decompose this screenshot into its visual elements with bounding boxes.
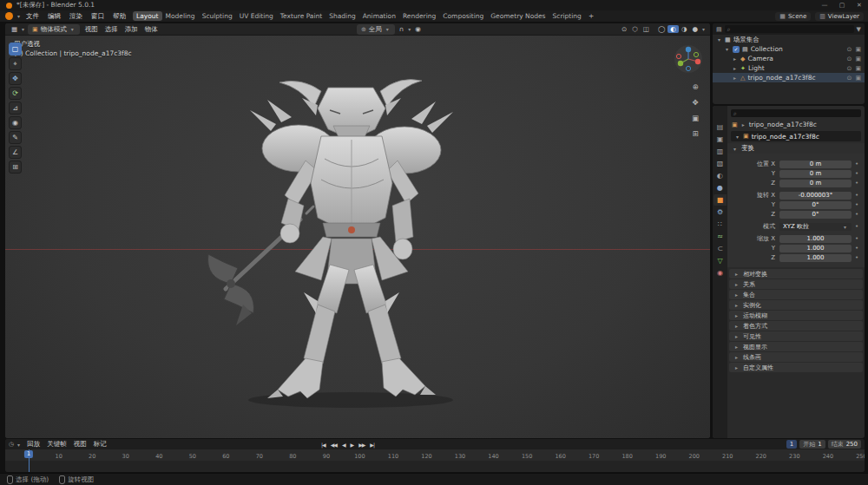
gizmo-icon[interactable]: ⊙ — [619, 25, 629, 33]
transform-value-field[interactable]: 0° — [779, 211, 852, 219]
tool-select-box[interactable]: ▢ — [9, 43, 22, 56]
collection-checkbox[interactable]: ✓ — [733, 46, 740, 53]
viewport-menu-item[interactable]: 物体 — [141, 25, 161, 34]
zoom-icon[interactable]: ⊕ — [692, 82, 699, 91]
camera-visibility-icon[interactable]: ▣ — [855, 75, 861, 82]
close-button[interactable]: ✕ — [851, 2, 868, 9]
workspace-tab[interactable]: Layout — [133, 11, 162, 21]
animate-decorator-icon[interactable]: • — [852, 170, 862, 177]
viewport-menu-item[interactable]: 选择 — [102, 25, 122, 34]
tab-render-icon[interactable]: ▣ — [713, 134, 727, 145]
tool-scale[interactable]: ⊿ — [9, 102, 22, 115]
tab-output-icon[interactable]: ▥ — [713, 146, 727, 157]
eye-icon[interactable]: ⊙ — [847, 56, 852, 62]
timeline-editor-icon[interactable]: ◷ — [9, 441, 14, 448]
play-button[interactable]: ▶ — [349, 442, 356, 448]
workspace-tab[interactable]: Sculpting — [199, 11, 236, 21]
timeline-ruler[interactable]: 1020304050607080901001101201301401501601… — [5, 449, 865, 462]
viewport-canvas[interactable]: 用户透视 (1) Collection | tripo_node_a17c3f8… — [5, 36, 710, 438]
outliner-search-input[interactable]: ⌕ — [725, 25, 854, 33]
view-layer-selector[interactable]: ▥ ViewLayer — [815, 12, 864, 21]
transform-value-field[interactable]: 0° — [779, 201, 852, 209]
xray-icon[interactable]: ◫ — [641, 25, 652, 33]
tool-annotate[interactable]: ✎ — [9, 131, 22, 144]
transform-value-field[interactable]: -0.000003° — [779, 192, 852, 200]
properties-panel-header[interactable]: ▸相对变换 — [729, 269, 863, 279]
workspace-tab[interactable]: Compositing — [439, 11, 487, 21]
expand-icon[interactable]: ▸ — [732, 56, 738, 62]
eye-icon[interactable]: ⊙ — [847, 75, 852, 82]
animate-decorator-icon[interactable]: • — [852, 223, 862, 230]
shading-solid-icon[interactable]: ◐ — [667, 25, 679, 33]
add-workspace-button[interactable]: + — [585, 12, 597, 20]
transform-value-field[interactable]: 1.000 — [779, 245, 852, 252]
expand-icon[interactable]: ▸ — [732, 65, 738, 71]
timeline-menu-item[interactable]: 关键帧 — [43, 440, 70, 449]
properties-panel-header[interactable]: ▸运动模糊 — [729, 311, 863, 320]
viewport-menu-item[interactable]: 添加 — [122, 25, 141, 34]
camera-visibility-icon[interactable]: ▣ — [855, 46, 861, 53]
outliner-row[interactable]: ▾✓▤Collection⊙▣ — [713, 44, 865, 54]
mode-selector[interactable]: ▣ 物体模式 ▾ — [28, 24, 80, 35]
animate-decorator-icon[interactable]: • — [852, 201, 862, 208]
shading-rendered-icon[interactable]: ● — [689, 25, 700, 33]
outliner-row[interactable]: ▾▦场景集合 — [713, 35, 865, 44]
camera-visibility-icon[interactable]: ▣ — [855, 56, 861, 62]
collapse-icon[interactable]: ▾ — [724, 46, 730, 52]
timeline-menu-item[interactable]: 回放 — [23, 440, 43, 449]
animate-decorator-icon[interactable]: • — [852, 161, 862, 167]
expand-icon[interactable]: ▸ — [732, 75, 738, 81]
tab-particles-icon[interactable]: ∷ — [713, 219, 727, 230]
tool-move[interactable]: ✥ — [9, 72, 22, 85]
viewport-menu-item[interactable]: 视图 — [82, 25, 102, 34]
proportional-editing-icon[interactable]: ◉ — [412, 25, 424, 33]
collapse-icon[interactable]: ▾ — [716, 36, 722, 43]
workspace-tab[interactable]: Geometry Nodes — [487, 11, 549, 21]
animate-decorator-icon[interactable]: • — [852, 211, 862, 218]
tab-constraints-icon[interactable]: ⊂ — [713, 243, 727, 254]
snap-magnet-icon[interactable]: ∩ — [397, 25, 407, 33]
eye-icon[interactable]: ⊙ — [847, 46, 852, 53]
timeline-menu-item[interactable]: 标记 — [90, 440, 110, 449]
object-name-field[interactable]: ▾ ▣ tripo_node_a17c3f8c — [731, 131, 861, 141]
eye-icon[interactable]: ⊙ — [847, 65, 852, 72]
topbar-menu-item[interactable]: 编辑 — [43, 12, 65, 21]
animate-decorator-icon[interactable]: • — [852, 192, 862, 199]
outliner-row[interactable]: ▸✦Light⊙▣ — [713, 63, 865, 73]
animate-decorator-icon[interactable]: • — [852, 245, 862, 252]
timeline-menu-item[interactable]: 视图 — [70, 440, 90, 449]
timeline-track[interactable] — [5, 461, 865, 472]
jump-to-start-button[interactable]: |◀ — [319, 442, 327, 448]
prev-keyframe-button[interactable]: ◀◀ — [329, 442, 339, 448]
properties-panel-header[interactable]: ▸可见性 — [729, 331, 863, 341]
tab-object-icon[interactable]: ■ — [713, 194, 727, 206]
tool-measure[interactable]: ∠ — [9, 146, 22, 159]
topbar-menu-item[interactable]: 文件 — [22, 12, 43, 21]
properties-search-input[interactable]: ⌕ — [731, 109, 861, 117]
tool-add-cube[interactable]: ⊞ — [9, 161, 22, 174]
tab-scene-icon[interactable]: ◐ — [713, 170, 727, 181]
topbar-menu-item[interactable]: 帮助 — [108, 12, 130, 21]
tab-physics-icon[interactable]: ≈ — [713, 231, 727, 242]
tab-modifiers-icon[interactable]: ⚙ — [713, 206, 727, 218]
play-reverse-button[interactable]: ◀ — [340, 442, 347, 448]
workspace-tab[interactable]: UV Editing — [236, 11, 277, 21]
transform-value-field[interactable]: 1.000 — [779, 254, 852, 262]
camera-view-icon[interactable]: ▣ — [692, 114, 699, 122]
tab-view-layer-icon[interactable]: ▧ — [713, 158, 727, 169]
transform-value-field[interactable]: 0 m — [779, 180, 852, 187]
workspace-tab[interactable]: Shading — [326, 11, 358, 21]
animate-decorator-icon[interactable]: • — [852, 180, 862, 187]
tab-material-icon[interactable]: ◉ — [713, 267, 727, 279]
frame-start-field[interactable]: 开始 1 — [799, 440, 825, 449]
tool-transform[interactable]: ◉ — [9, 116, 22, 129]
transform-value-field[interactable]: 1.000 — [779, 235, 852, 243]
playhead-frame-badge[interactable]: 1 — [24, 450, 33, 458]
workspace-tab[interactable]: Texture Paint — [277, 11, 326, 21]
tool-rotate[interactable]: ⟳ — [9, 87, 22, 100]
outliner-row[interactable]: ▸◆Camera⊙▣ — [713, 54, 865, 63]
transform-value-field[interactable]: XYZ 欧拉▾ — [779, 223, 852, 231]
transform-orientation-selector[interactable]: ⊕ 全局 ▾ — [357, 24, 395, 35]
navigation-gizmo[interactable] — [674, 44, 703, 74]
topbar-menu-item[interactable]: 窗口 — [87, 12, 108, 21]
